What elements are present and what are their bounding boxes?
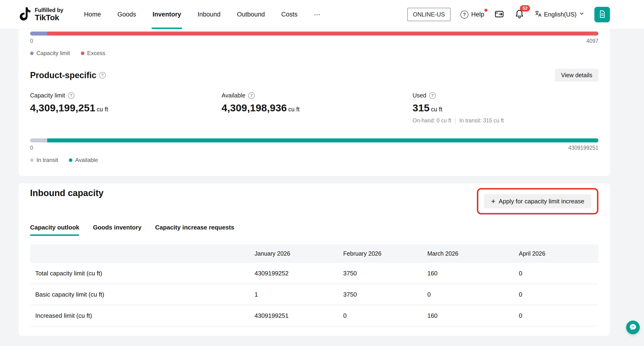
scale-min: 0 — [30, 38, 33, 44]
stat-label: Used — [412, 92, 426, 99]
product-capacity-legend: In transit Available — [30, 157, 598, 163]
returns-wallet-button[interactable] — [494, 9, 504, 20]
table-cell: 1 — [254, 291, 343, 298]
available-dot — [69, 158, 72, 162]
table-cell: 160 — [427, 270, 519, 277]
table-cell: 3750 — [343, 270, 427, 277]
used-breakdown: On-hand: 0 cu ft | In transit: 315 cu ft — [412, 117, 598, 124]
plus-icon: + — [491, 198, 496, 205]
detail-divider: | — [454, 117, 456, 124]
table-cell: 0 — [519, 312, 598, 319]
nav-item-costs[interactable]: Costs — [281, 0, 298, 29]
table-cell: 4309199251 — [254, 312, 343, 319]
apply-capacity-increase-button[interactable]: + Apply for capacity limit increase — [484, 194, 591, 208]
table-row: Basic capacity limit (cu ft) 1 3750 0 0 — [30, 284, 598, 305]
shared-capacity-scale: 0 4097 — [30, 38, 598, 44]
capacity-limit-dot — [30, 52, 34, 55]
table-cell: 0 — [519, 291, 598, 298]
brand-title: Fulfilled by TikTok — [35, 7, 63, 22]
table-cell: 160 — [427, 312, 519, 319]
capacity-outlook-table: January 2026 February 2026 March 2026 Ap… — [30, 244, 598, 326]
inbound-capacity-card: Inbound capacity + Apply for capacity li… — [18, 183, 610, 336]
inbound-capacity-title: Inbound capacity — [30, 188, 104, 198]
svg-text:?: ? — [632, 324, 634, 328]
stat-available: Available 4,309,198,936cu ft — [222, 92, 412, 124]
notifications-button[interactable]: 52 — [514, 9, 524, 20]
table-cell: April 2026 — [519, 250, 598, 257]
chat-fab[interactable]: ? — [626, 320, 640, 334]
stat-capacity-limit: Capacity limit 4,309,199,251cu ft — [30, 92, 222, 124]
stat-unit: cu ft — [431, 106, 442, 112]
available-help-icon[interactable] — [248, 92, 255, 99]
product-specific-help-icon[interactable] — [99, 72, 106, 79]
tab-capacity-increase-requests[interactable]: Capacity increase requests — [155, 224, 234, 236]
account-avatar[interactable] — [594, 7, 610, 22]
nav-item-more[interactable]: ⋯ — [314, 0, 320, 29]
table-cell: Increased limit (cu ft) — [30, 312, 254, 319]
capacity-overview-card: 0 4097 Capacity limit Excess Product-spe… — [18, 29, 610, 176]
table-row: Total capacity limit (cu ft) 4309199252 … — [30, 263, 598, 284]
stat-label: Available — [222, 92, 246, 99]
table-cell: January 2026 — [254, 250, 343, 257]
tab-goods-inventory[interactable]: Goods inventory — [93, 224, 142, 236]
brand[interactable]: Fulfilled by TikTok — [20, 7, 63, 22]
translate-icon — [534, 10, 542, 19]
scale-max: 4309199251 — [568, 145, 598, 151]
document-icon — [598, 10, 607, 19]
capacity-limit-help-icon[interactable] — [68, 92, 74, 99]
table-cell: March 2026 — [427, 250, 519, 257]
capacity-limit-segment — [30, 32, 47, 36]
nav-item-outbound[interactable]: Outbound — [237, 0, 265, 29]
language-label: English(US) — [544, 11, 576, 18]
chat-icon: ? — [629, 323, 637, 332]
top-nav: Fulfilled by TikTok Home Goods Inventory… — [0, 0, 644, 29]
table-cell: February 2026 — [343, 250, 427, 257]
stat-value: 315cu ft — [412, 102, 598, 114]
scale-max: 4097 — [586, 38, 598, 44]
table-header-row: January 2026 February 2026 March 2026 Ap… — [30, 244, 598, 263]
help-notification-dot — [484, 9, 488, 12]
scale-min: 0 — [30, 145, 33, 151]
product-specific-stats: Capacity limit 4,309,199,251cu ft Availa… — [30, 92, 598, 124]
help-icon — [460, 11, 468, 19]
nav-item-inbound[interactable]: Inbound — [198, 0, 221, 29]
used-help-icon[interactable] — [429, 92, 436, 99]
table-cell: 0 — [427, 291, 519, 298]
help-button[interactable]: Help — [460, 11, 484, 19]
shared-capacity-legend: Capacity limit Excess — [30, 50, 598, 57]
inbound-capacity-header: Inbound capacity + Apply for capacity li… — [30, 188, 598, 214]
table-cell: 3750 — [343, 291, 427, 298]
view-details-button[interactable]: View details — [555, 69, 598, 82]
nav-right-cluster: ONLINE-US Help 52 English(US) — [407, 7, 610, 22]
legend-item-in-transit: In transit — [30, 157, 58, 163]
section-title: Product-specific — [30, 70, 96, 80]
table-cell: Total capacity limit (cu ft) — [30, 270, 254, 277]
product-capacity-scale: 0 4309199251 — [30, 145, 598, 151]
table-cell: 0 — [519, 270, 598, 277]
chevron-down-icon — [579, 11, 584, 18]
main-menu: Home Goods Inventory Inbound Outbound Co… — [84, 0, 320, 29]
intransit-detail: In transit: 315 cu ft — [459, 117, 504, 124]
table-cell: 0 — [343, 312, 427, 319]
notification-badge: 52 — [520, 5, 530, 12]
annotation-highlight-box: + Apply for capacity limit increase — [477, 188, 598, 214]
product-capacity-bar — [30, 138, 598, 142]
nav-item-home[interactable]: Home — [84, 0, 101, 29]
nav-item-inventory[interactable]: Inventory — [152, 0, 181, 29]
product-specific-header: Product-specific View details — [30, 69, 598, 82]
region-selector[interactable]: ONLINE-US — [407, 8, 450, 21]
stat-unit: cu ft — [97, 106, 108, 112]
stat-value: 4,309,198,936cu ft — [222, 102, 412, 114]
nav-item-goods[interactable]: Goods — [117, 0, 136, 29]
language-selector[interactable]: English(US) — [534, 10, 584, 19]
stat-label: Capacity limit — [30, 92, 65, 99]
in-transit-segment — [30, 138, 47, 142]
stat-unit: cu ft — [288, 106, 300, 112]
excess-dot — [81, 52, 84, 55]
table-row: Increased limit (cu ft) 4309199251 0 160… — [30, 305, 598, 326]
in-transit-dot — [30, 158, 34, 162]
table-cell: Basic capacity limit (cu ft) — [30, 291, 254, 298]
stat-used: Used 315cu ft On-hand: 0 cu ft | In tran… — [412, 92, 598, 124]
tab-capacity-outlook[interactable]: Capacity outlook — [30, 224, 79, 236]
help-label: Help — [471, 11, 484, 18]
